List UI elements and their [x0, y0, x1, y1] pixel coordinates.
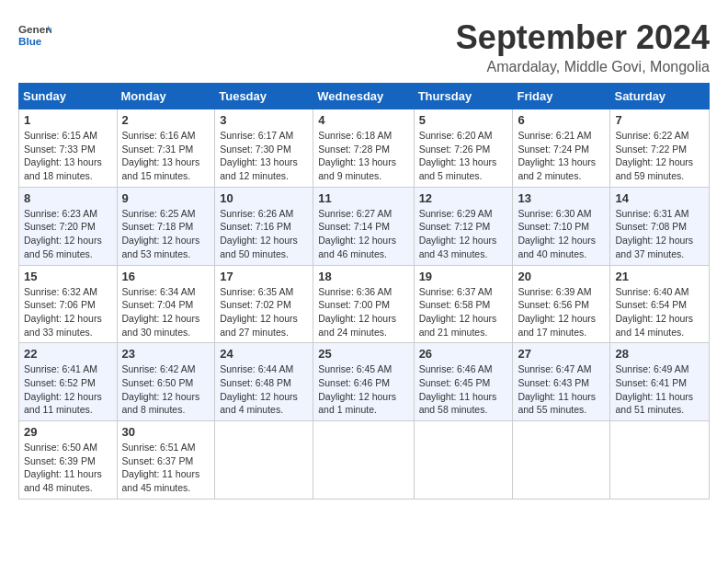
calendar-cell: 27Sunrise: 6:47 AMSunset: 6:43 PMDayligh…	[513, 343, 610, 421]
day-info: Sunrise: 6:18 AMSunset: 7:28 PMDaylight:…	[318, 130, 396, 181]
day-number: 21	[615, 270, 704, 283]
day-number: 7	[615, 113, 704, 127]
day-number: 14	[615, 191, 704, 205]
calendar-cell: 16Sunrise: 6:34 AMSunset: 7:04 PMDayligh…	[117, 265, 215, 343]
day-info: Sunrise: 6:34 AMSunset: 7:04 PMDaylight:…	[122, 286, 200, 338]
day-info: Sunrise: 6:25 AMSunset: 7:18 PMDaylight:…	[122, 208, 200, 259]
calendar-cell: 24Sunrise: 6:44 AMSunset: 6:48 PMDayligh…	[215, 343, 313, 421]
day-number: 18	[318, 270, 408, 283]
title-block: September 2024 Amardalay, Middle Govi, M…	[456, 18, 710, 75]
day-number: 13	[518, 191, 605, 205]
header-sunday: Sunday	[19, 84, 118, 109]
day-info: Sunrise: 6:46 AMSunset: 6:45 PMDaylight:…	[419, 363, 497, 415]
day-info: Sunrise: 6:16 AMSunset: 7:31 PMDaylight:…	[122, 130, 200, 181]
day-number: 3	[220, 113, 308, 127]
calendar-cell	[313, 421, 414, 500]
calendar-cell	[414, 421, 513, 500]
calendar-week-row: 1Sunrise: 6:15 AMSunset: 7:33 PMDaylight…	[19, 109, 710, 188]
calendar-cell: 10Sunrise: 6:26 AMSunset: 7:16 PMDayligh…	[215, 187, 313, 265]
calendar-week-row: 22Sunrise: 6:41 AMSunset: 6:52 PMDayligh…	[19, 343, 710, 421]
day-number: 10	[220, 191, 308, 205]
calendar-week-row: 29Sunrise: 6:50 AMSunset: 6:39 PMDayligh…	[19, 421, 710, 500]
calendar-cell: 30Sunrise: 6:51 AMSunset: 6:37 PMDayligh…	[117, 421, 215, 500]
day-number: 9	[122, 191, 210, 205]
calendar-cell	[215, 421, 313, 500]
header-monday: Monday	[117, 84, 215, 109]
header-wednesday: Wednesday	[313, 84, 414, 109]
day-number: 27	[518, 347, 605, 361]
day-info: Sunrise: 6:40 AMSunset: 6:54 PMDaylight:…	[615, 286, 693, 338]
calendar-cell: 5Sunrise: 6:20 AMSunset: 7:26 PMDaylight…	[414, 109, 513, 188]
calendar-cell	[513, 421, 610, 500]
day-number: 1	[24, 113, 112, 127]
calendar-cell: 19Sunrise: 6:37 AMSunset: 6:58 PMDayligh…	[414, 265, 513, 343]
calendar-week-row: 15Sunrise: 6:32 AMSunset: 7:06 PMDayligh…	[19, 265, 710, 343]
calendar-header-row: Sunday Monday Tuesday Wednesday Thursday…	[19, 84, 710, 109]
day-number: 15	[24, 270, 112, 283]
day-info: Sunrise: 6:35 AMSunset: 7:02 PMDaylight:…	[220, 286, 298, 338]
day-info: Sunrise: 6:26 AMSunset: 7:16 PMDaylight:…	[220, 208, 298, 259]
day-info: Sunrise: 6:29 AMSunset: 7:12 PMDaylight:…	[419, 208, 497, 259]
calendar-cell: 13Sunrise: 6:30 AMSunset: 7:10 PMDayligh…	[513, 187, 610, 265]
day-number: 6	[518, 113, 605, 127]
day-info: Sunrise: 6:22 AMSunset: 7:22 PMDaylight:…	[615, 130, 693, 181]
calendar-cell: 14Sunrise: 6:31 AMSunset: 7:08 PMDayligh…	[610, 187, 710, 265]
day-number: 26	[419, 347, 508, 361]
day-number: 24	[220, 347, 308, 361]
location: Amardalay, Middle Govi, Mongolia	[456, 59, 710, 75]
day-info: Sunrise: 6:15 AMSunset: 7:33 PMDaylight:…	[24, 130, 102, 181]
day-number: 28	[615, 347, 704, 361]
calendar-cell: 21Sunrise: 6:40 AMSunset: 6:54 PMDayligh…	[610, 265, 710, 343]
day-number: 30	[122, 425, 210, 439]
header-thursday: Thursday	[414, 84, 513, 109]
calendar-cell: 20Sunrise: 6:39 AMSunset: 6:56 PMDayligh…	[513, 265, 610, 343]
day-info: Sunrise: 6:17 AMSunset: 7:30 PMDaylight:…	[220, 130, 298, 181]
calendar-cell: 1Sunrise: 6:15 AMSunset: 7:33 PMDaylight…	[19, 109, 118, 188]
header-friday: Friday	[513, 84, 610, 109]
day-info: Sunrise: 6:44 AMSunset: 6:48 PMDaylight:…	[220, 363, 298, 415]
calendar-cell: 12Sunrise: 6:29 AMSunset: 7:12 PMDayligh…	[414, 187, 513, 265]
calendar-cell	[610, 421, 710, 500]
day-info: Sunrise: 6:21 AMSunset: 7:24 PMDaylight:…	[518, 130, 596, 181]
logo-icon: General Blue	[18, 18, 51, 52]
day-number: 20	[518, 270, 605, 283]
day-number: 5	[419, 113, 508, 127]
page-header: General Blue September 2024 Amardalay, M…	[18, 18, 710, 75]
svg-text:Blue: Blue	[18, 35, 42, 47]
calendar-cell: 18Sunrise: 6:36 AMSunset: 7:00 PMDayligh…	[313, 265, 414, 343]
calendar-cell: 22Sunrise: 6:41 AMSunset: 6:52 PMDayligh…	[19, 343, 118, 421]
header-tuesday: Tuesday	[215, 84, 313, 109]
day-number: 16	[122, 270, 210, 283]
day-number: 4	[318, 113, 408, 127]
calendar-cell: 6Sunrise: 6:21 AMSunset: 7:24 PMDaylight…	[513, 109, 610, 188]
calendar-cell: 4Sunrise: 6:18 AMSunset: 7:28 PMDaylight…	[313, 109, 414, 188]
day-number: 19	[419, 270, 508, 283]
day-info: Sunrise: 6:49 AMSunset: 6:41 PMDaylight:…	[615, 363, 693, 415]
header-saturday: Saturday	[610, 84, 710, 109]
day-number: 23	[122, 347, 210, 361]
calendar-cell: 7Sunrise: 6:22 AMSunset: 7:22 PMDaylight…	[610, 109, 710, 188]
month-title: September 2024	[456, 18, 710, 57]
day-info: Sunrise: 6:30 AMSunset: 7:10 PMDaylight:…	[518, 208, 596, 259]
day-info: Sunrise: 6:47 AMSunset: 6:43 PMDaylight:…	[518, 363, 596, 415]
calendar-cell: 25Sunrise: 6:45 AMSunset: 6:46 PMDayligh…	[313, 343, 414, 421]
calendar-cell: 9Sunrise: 6:25 AMSunset: 7:18 PMDaylight…	[117, 187, 215, 265]
day-info: Sunrise: 6:20 AMSunset: 7:26 PMDaylight:…	[419, 130, 497, 181]
day-info: Sunrise: 6:42 AMSunset: 6:50 PMDaylight:…	[122, 363, 200, 415]
day-info: Sunrise: 6:32 AMSunset: 7:06 PMDaylight:…	[24, 286, 102, 338]
calendar-cell: 29Sunrise: 6:50 AMSunset: 6:39 PMDayligh…	[19, 421, 118, 500]
day-info: Sunrise: 6:31 AMSunset: 7:08 PMDaylight:…	[615, 208, 693, 259]
day-info: Sunrise: 6:36 AMSunset: 7:00 PMDaylight:…	[318, 286, 396, 338]
day-info: Sunrise: 6:50 AMSunset: 6:39 PMDaylight:…	[24, 442, 102, 493]
day-info: Sunrise: 6:41 AMSunset: 6:52 PMDaylight:…	[24, 363, 102, 415]
calendar-cell: 11Sunrise: 6:27 AMSunset: 7:14 PMDayligh…	[313, 187, 414, 265]
day-number: 25	[318, 347, 408, 361]
day-info: Sunrise: 6:51 AMSunset: 6:37 PMDaylight:…	[122, 442, 200, 493]
calendar-cell: 17Sunrise: 6:35 AMSunset: 7:02 PMDayligh…	[215, 265, 313, 343]
day-info: Sunrise: 6:27 AMSunset: 7:14 PMDaylight:…	[318, 208, 396, 259]
calendar-table: Sunday Monday Tuesday Wednesday Thursday…	[18, 83, 710, 500]
day-info: Sunrise: 6:45 AMSunset: 6:46 PMDaylight:…	[318, 363, 396, 415]
calendar-cell: 8Sunrise: 6:23 AMSunset: 7:20 PMDaylight…	[19, 187, 118, 265]
day-info: Sunrise: 6:23 AMSunset: 7:20 PMDaylight:…	[24, 208, 102, 259]
svg-text:General: General	[18, 23, 51, 35]
